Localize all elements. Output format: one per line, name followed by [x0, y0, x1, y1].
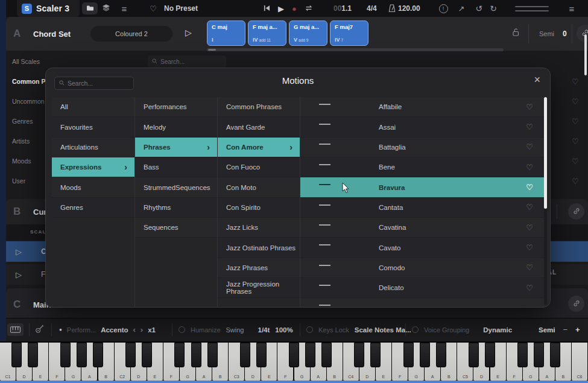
style-con-moto[interactable]: Con Moto — [218, 177, 300, 197]
layers-button[interactable] — [100, 2, 112, 14]
sidebar-item-common-pr[interactable]: Common Pr — [12, 78, 48, 85]
type-performances[interactable]: Performances — [135, 97, 217, 117]
chord-pad[interactable]: C majI — [207, 21, 245, 46]
share-button[interactable]: ↗ — [457, 2, 466, 14]
heart-icon[interactable]: ♡ — [526, 263, 533, 272]
scrollbar-thumb[interactable] — [544, 97, 547, 209]
voice-grouping-toggle[interactable] — [412, 326, 419, 333]
heart-icon[interactable]: ♡ — [526, 122, 533, 131]
black-key[interactable] — [321, 343, 332, 367]
black-key[interactable] — [420, 343, 430, 367]
motion-result-partial[interactable] — [300, 299, 544, 308]
sidebar-item-all-scales[interactable]: All Scales — [12, 58, 40, 65]
style-jazz-licks[interactable]: Jazz Licks — [218, 218, 300, 238]
heart-icon[interactable]: ♡ — [526, 243, 533, 252]
style-jazz-progression-phrases[interactable]: Jazz Progression Phrases — [218, 278, 300, 298]
voice-grouping-value[interactable]: Dynamic — [483, 326, 512, 334]
black-key[interactable] — [289, 343, 299, 367]
tempo-value[interactable]: 120.00 — [398, 0, 420, 17]
category-expressions[interactable]: Expressions› — [52, 157, 134, 177]
sidebar-item-moods[interactable]: Moods — [12, 157, 31, 165]
next-chevron-icon[interactable]: › — [141, 325, 143, 334]
black-key[interactable] — [191, 343, 201, 367]
keys-lock-value[interactable]: Scale Notes Ma... — [355, 326, 411, 334]
play-icon[interactable]: ▷ — [16, 247, 34, 256]
category-moods[interactable]: Moods — [52, 177, 134, 197]
undo-button[interactable]: ↺ — [474, 2, 484, 14]
chord-pad[interactable]: F maj a...IVadd 11 — [248, 21, 286, 46]
sidebar-item-genres[interactable]: Genres — [12, 118, 33, 125]
skip-back-button[interactable] — [262, 2, 271, 14]
heart-icon[interactable]: ♡ — [526, 142, 533, 151]
motion-result-cavatina[interactable]: Cavatina♡ — [300, 218, 544, 238]
percent-value[interactable]: 100% — [275, 326, 292, 334]
heart-icon[interactable]: ♡ — [572, 117, 579, 126]
preset-name[interactable]: No Preset — [164, 0, 198, 17]
chord-pads-scrollbar[interactable] — [207, 48, 504, 51]
category-articulations[interactable]: Articulations — [52, 138, 134, 157]
type-melody[interactable]: Melody — [135, 117, 217, 137]
black-key[interactable] — [305, 343, 315, 367]
heart-icon[interactable]: ♡ — [526, 183, 533, 192]
menu-button[interactable]: ≡ — [118, 2, 130, 14]
black-key[interactable] — [125, 343, 136, 367]
heart-icon[interactable]: ♡ — [526, 283, 533, 293]
black-key[interactable] — [142, 343, 152, 367]
chord-set-preset-dropdown[interactable]: Coloured 2 — [90, 26, 172, 42]
black-key[interactable] — [436, 343, 446, 367]
chord-pad[interactable]: G maj a...Vadd 9 — [289, 21, 327, 46]
plus-button[interactable]: + — [575, 325, 580, 334]
results-scrollbar[interactable] — [544, 97, 547, 305]
black-key[interactable] — [77, 343, 87, 367]
time-signature[interactable]: 4/4 — [367, 0, 377, 17]
keyboard-toggle-button[interactable] — [7, 323, 24, 336]
sidebar-item-artists[interactable]: Artists — [12, 138, 30, 145]
black-key[interactable] — [469, 343, 479, 367]
rate-value[interactable]: 1/4t — [258, 326, 270, 334]
black-key[interactable] — [60, 343, 71, 367]
motion-result-cavato[interactable]: Cavato♡ — [300, 238, 544, 258]
link-button[interactable] — [568, 203, 584, 220]
close-icon[interactable]: × — [534, 74, 540, 85]
swing-label[interactable]: Swing — [226, 326, 244, 334]
scales-search-input[interactable]: Search... — [148, 55, 226, 68]
minus-button[interactable]: − — [563, 325, 568, 334]
black-key[interactable] — [240, 343, 250, 367]
white-key-c6[interactable]: C6 — [572, 343, 587, 381]
style-con-fuoco[interactable]: Con Fuoco — [218, 157, 300, 177]
heart-icon[interactable]: ♡ — [526, 163, 533, 172]
loop-button[interactable] — [303, 2, 314, 14]
style-con-amore[interactable]: Con Amore› — [218, 138, 300, 157]
heart-icon[interactable]: ♡ — [572, 177, 579, 186]
style-avant-garde[interactable]: Avant Garde — [218, 117, 300, 137]
link-button[interactable] — [568, 296, 584, 312]
perform-value[interactable]: Accento — [101, 326, 128, 334]
black-key[interactable] — [370, 343, 381, 367]
heart-icon[interactable]: ♡ — [526, 223, 533, 232]
category-genres[interactable]: Genres — [52, 198, 134, 218]
black-key[interactable] — [485, 343, 495, 367]
fader-lines-icon[interactable] — [514, 2, 550, 14]
type-phrases[interactable]: Phrases› — [135, 138, 217, 157]
sidebar-item-user[interactable]: User — [12, 177, 25, 185]
motion-result-comodo[interactable]: Comodo♡ — [300, 258, 544, 278]
favourite-preset-button[interactable]: ♡ — [148, 2, 159, 14]
category-all[interactable]: All — [52, 97, 134, 117]
scrollbar-thumb[interactable] — [208, 49, 216, 51]
multiplier-value[interactable]: x1 — [148, 326, 156, 334]
type-rhythms[interactable]: Rhythms — [135, 198, 217, 218]
black-key[interactable] — [174, 343, 185, 367]
heart-icon[interactable]: ♡ — [526, 203, 533, 212]
type-sequences[interactable]: Sequences — [135, 218, 217, 238]
black-key[interactable] — [534, 343, 544, 367]
black-key[interactable] — [550, 343, 560, 367]
sidebar-item-uncommon[interactable]: Uncommon — [12, 98, 45, 105]
window-scrollbar[interactable] — [584, 34, 587, 75]
app-logo[interactable]: S Scaler 3 — [17, 0, 80, 17]
motion-result-delicato[interactable]: Delicato♡ — [300, 278, 544, 298]
record-button[interactable]: ● — [289, 2, 299, 14]
type-bass[interactable]: Bass — [135, 157, 217, 177]
black-key[interactable] — [93, 343, 103, 367]
black-key[interactable] — [354, 343, 364, 367]
black-key[interactable] — [11, 343, 22, 367]
